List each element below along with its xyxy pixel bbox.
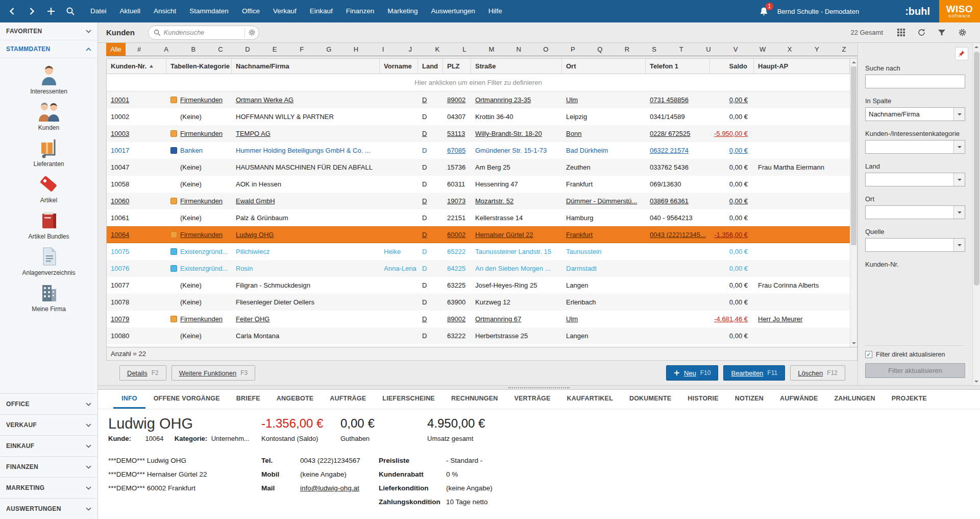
notifications-button[interactable]: 1 [758, 6, 769, 17]
column-header-ort[interactable]: Ort [562, 59, 646, 74]
customer-search-input[interactable] [164, 29, 241, 36]
alphabet-letter-g[interactable]: G [315, 43, 342, 56]
sidebar-item-lieferanten[interactable]: Lieferanten [0, 136, 97, 168]
panel-scrollbar[interactable] [972, 43, 980, 385]
new-button[interactable]: NeuF10 [666, 365, 719, 381]
sidebar-item-artikel[interactable]: Artikel [0, 172, 97, 204]
tab-notizen[interactable]: NOTIZEN [727, 390, 772, 409]
back-icon[interactable] [4, 3, 20, 19]
table-row[interactable]: 10003FirmenkundenTEMPO AGD53113Willy-Bra… [107, 125, 850, 142]
column-header-kunden-nr[interactable]: Kunden-Nr. [107, 59, 166, 74]
tab-vertr-ge[interactable]: VERTRÄGE [506, 390, 559, 409]
table-row[interactable]: 10079FirmenkundenFeiter OHGD89002Ortmann… [107, 311, 850, 327]
scroll-up-icon[interactable] [850, 59, 857, 66]
search-settings-icon[interactable] [248, 29, 256, 36]
tab-offene-vorg-nge[interactable]: OFFENE VORGÄNGE [145, 390, 228, 409]
alphabet-letter-r[interactable]: R [614, 43, 641, 56]
tab-briefe[interactable]: BRIEFE [228, 390, 268, 409]
grid-view-icon[interactable] [894, 26, 908, 39]
scrollbar-thumb[interactable] [974, 52, 979, 286]
menu-item-stammdaten[interactable]: Stammdaten [183, 0, 235, 22]
sidebar-section-office[interactable]: OFFICE [0, 393, 97, 414]
sidebar-section-verkauf[interactable]: VERKAUF [0, 414, 97, 435]
refresh-icon[interactable] [915, 26, 928, 39]
alphabet-letter-t[interactable]: T [668, 43, 695, 56]
auto-update-checkbox[interactable]: Filter direkt aktualisieren [865, 351, 965, 358]
add-icon[interactable] [43, 3, 59, 19]
filter-land-select[interactable] [865, 173, 965, 186]
tab-aufw-nde[interactable]: AUFWÄNDE [772, 390, 826, 409]
customer-search[interactable] [148, 26, 259, 40]
table-scrollbar[interactable] [850, 59, 857, 347]
filter-quelle-select[interactable] [865, 238, 965, 252]
scroll-up-icon[interactable] [973, 43, 980, 51]
sidebar-section-stammdaten[interactable]: STAMMDATEN [0, 40, 97, 58]
menu-item-einkauf[interactable]: Einkauf [303, 0, 339, 22]
column-header-nachname-firma[interactable]: Nachname/Firma [232, 59, 380, 74]
sidebar-item-anlagenverzeichnis[interactable]: Anlagenverzeichnis [0, 245, 97, 276]
alphabet-letter-a[interactable]: A [153, 43, 180, 56]
menu-item-verkauf[interactable]: Verkauf [266, 0, 303, 22]
filter-ort-select[interactable] [865, 205, 965, 219]
alphabet-letter-hash[interactable]: # [126, 43, 153, 56]
menu-item-finanzen[interactable]: Finanzen [339, 0, 381, 22]
alphabet-letter-k[interactable]: K [424, 43, 451, 56]
column-header-telefon-1[interactable]: Telefon 1 [646, 59, 710, 74]
more-functions-button[interactable]: Weitere FunktionenF3 [172, 365, 256, 381]
scroll-down-icon[interactable] [850, 340, 857, 347]
alphabet-letter-j[interactable]: J [397, 43, 424, 56]
sidebar-section-auswertungen[interactable]: AUSWERTUNGEN [0, 498, 97, 519]
filter-update-button[interactable]: Filter aktualisieren [865, 363, 965, 378]
menu-item-office[interactable]: Office [235, 0, 266, 22]
sidebar-item-kunden[interactable]: Kunden [0, 100, 97, 131]
tab-dokumente[interactable]: DOKUMENTE [621, 390, 679, 409]
alphabet-letter-u[interactable]: U [695, 43, 722, 56]
scroll-down-icon[interactable] [973, 378, 980, 385]
details-button[interactable]: DetailsF2 [119, 365, 166, 381]
alphabet-letter-n[interactable]: N [505, 43, 532, 56]
alphabet-letter-w[interactable]: W [749, 43, 776, 56]
filter-category-select[interactable] [865, 140, 965, 154]
sidebar-section-einkauf[interactable]: EINKAUF [0, 435, 97, 456]
settings-gear-icon[interactable] [955, 26, 969, 39]
scrollbar-thumb[interactable] [851, 66, 856, 245]
menu-item-hilfe[interactable]: Hilfe [482, 0, 509, 22]
edit-button[interactable]: BearbeitenF11 [723, 365, 785, 381]
menu-item-ansicht[interactable]: Ansicht [147, 0, 183, 22]
alphabet-letter-f[interactable]: F [288, 43, 315, 56]
sidebar-section-favoriten[interactable]: FAVORITEN [0, 22, 97, 40]
menu-item-datei[interactable]: Datei [84, 0, 113, 22]
tab-projekte[interactable]: PROJEKTE [884, 390, 935, 409]
panel-splitter[interactable] [98, 385, 980, 390]
column-header-stra-e[interactable]: Straße [471, 59, 562, 74]
alphabet-letter-m[interactable]: M [478, 43, 505, 56]
alphabet-letter-c[interactable]: C [207, 43, 234, 56]
alphabet-letter-b[interactable]: B [180, 43, 207, 56]
column-header-haupt-ap[interactable]: Haupt-AP [754, 59, 850, 74]
alphabet-letter-h[interactable]: H [342, 43, 370, 56]
alphabet-letter-p[interactable]: P [559, 43, 586, 56]
tab-info[interactable]: INFO [113, 390, 145, 409]
table-row[interactable]: 10001FirmenkundenOrtmann Werke AGD89002O… [107, 91, 850, 108]
delete-button[interactable]: LöschenF12 [790, 365, 845, 381]
filter-column-select[interactable]: Nachname/Firma [865, 107, 965, 121]
filter-icon[interactable] [935, 26, 948, 39]
column-header-plz[interactable]: PLZ [443, 59, 471, 74]
pin-button[interactable] [955, 47, 968, 60]
search-icon[interactable] [62, 3, 79, 19]
tab-lieferscheine[interactable]: LIEFERSCHEINE [374, 390, 443, 409]
alphabet-letter-o[interactable]: O [532, 43, 559, 56]
tab-historie[interactable]: HISTORIE [679, 390, 726, 409]
alphabet-letter-l[interactable]: L [451, 43, 478, 56]
tab-auftr-ge[interactable]: AUFTRÄGE [322, 390, 374, 409]
alphabet-letter-v[interactable]: V [722, 43, 749, 56]
table-row[interactable]: 10017BankenHummer Holding Beteiligungs G… [107, 142, 850, 159]
alphabet-letter-y[interactable]: Y [803, 43, 830, 56]
table-row[interactable]: 10064FirmenkundenLudwig OHGD60002Hernals… [107, 226, 850, 243]
column-header-saldo[interactable]: Saldo [710, 59, 754, 74]
sidebar-item-meine-firma[interactable]: Meine Firma [0, 281, 97, 313]
sidebar-item-interessenten[interactable]: Interessenten [0, 63, 97, 95]
alphabet-all[interactable]: Alle [106, 43, 126, 56]
menu-item-marketing[interactable]: Marketing [381, 0, 424, 22]
alphabet-letter-d[interactable]: D [234, 43, 261, 56]
